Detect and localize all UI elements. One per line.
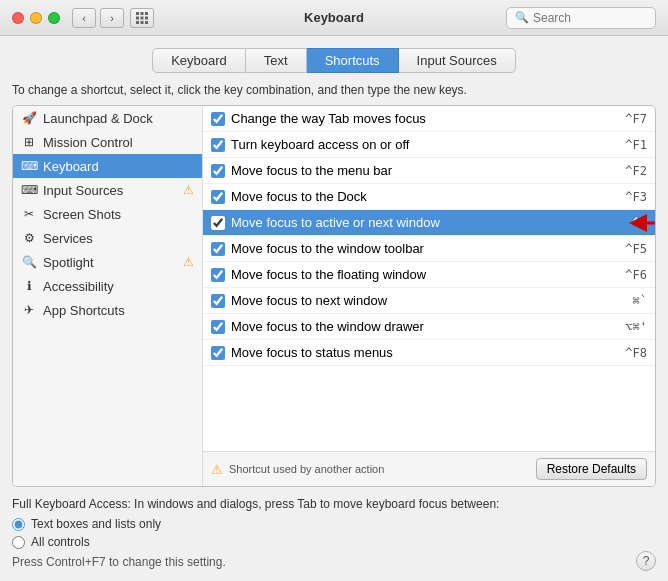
- keyboard-icon: ⌨: [21, 158, 37, 174]
- svg-rect-0: [136, 12, 139, 15]
- shortcut-checkbox-4[interactable]: [211, 190, 225, 204]
- shortcut-row-10[interactable]: Move focus to status menus ^F8: [203, 340, 655, 366]
- tab-input-sources[interactable]: Input Sources: [399, 48, 516, 73]
- minimize-button[interactable]: [30, 12, 42, 24]
- grid-button[interactable]: [130, 8, 154, 28]
- shortcut-key-1: ^F7: [625, 112, 647, 126]
- sidebar-item-label: Launchpad & Dock: [43, 111, 153, 126]
- shortcut-row-4[interactable]: Move focus to the Dock ^F3: [203, 184, 655, 210]
- bottom-note: Press Control+F7 to change this setting.: [12, 555, 656, 569]
- sidebar-item-label: Mission Control: [43, 135, 133, 150]
- shortcuts-panel: Change the way Tab moves focus ^F7 Turn …: [203, 106, 655, 486]
- sidebar-item-label: Screen Shots: [43, 207, 121, 222]
- shortcut-key-9: ⌥⌘': [625, 320, 647, 334]
- bottom-section: Full Keyboard Access: In windows and dia…: [12, 497, 656, 569]
- sidebar-item-input-sources[interactable]: ⌨ Input Sources ⚠: [13, 178, 202, 202]
- shortcut-name-9: Move focus to the window drawer: [231, 319, 619, 334]
- svg-rect-7: [141, 21, 144, 24]
- app-shortcuts-icon: ✈: [21, 302, 37, 318]
- shortcut-checkbox-5[interactable]: [211, 216, 225, 230]
- sidebar-item-launchpad[interactable]: 🚀 Launchpad & Dock: [13, 106, 202, 130]
- sidebar-item-label: Spotlight: [43, 255, 94, 270]
- sidebar-item-label: App Shortcuts: [43, 303, 125, 318]
- sidebar-item-services[interactable]: ⚙ Services: [13, 226, 202, 250]
- shortcut-checkbox-10[interactable]: [211, 346, 225, 360]
- shortcut-row-7[interactable]: Move focus to the floating window ^F6: [203, 262, 655, 288]
- radio-item-text-boxes[interactable]: Text boxes and lists only: [12, 517, 656, 531]
- shortcut-key-10: ^F8: [625, 346, 647, 360]
- services-icon: ⚙: [21, 230, 37, 246]
- shortcut-checkbox-9[interactable]: [211, 320, 225, 334]
- sidebar-item-label: Accessibility: [43, 279, 114, 294]
- red-arrow: [633, 208, 655, 238]
- shortcut-name-8: Move focus to next window: [231, 293, 627, 308]
- shortcut-key-4: ^F3: [625, 190, 647, 204]
- nav-buttons: ‹ ›: [72, 8, 124, 28]
- svg-rect-3: [136, 16, 139, 19]
- sidebar-item-keyboard[interactable]: ⌨ Keyboard: [13, 154, 202, 178]
- shortcut-checkbox-2[interactable]: [211, 138, 225, 152]
- svg-rect-4: [141, 16, 144, 19]
- sidebar-item-label: Services: [43, 231, 93, 246]
- help-button[interactable]: ?: [636, 551, 656, 571]
- tab-bar: Keyboard Text Shortcuts Input Sources: [12, 48, 656, 73]
- main-content: Keyboard Text Shortcuts Input Sources To…: [0, 36, 668, 581]
- shortcut-row-9[interactable]: Move focus to the window drawer ⌥⌘': [203, 314, 655, 340]
- svg-rect-5: [145, 16, 148, 19]
- shortcut-name-4: Move focus to the Dock: [231, 189, 619, 204]
- shortcut-name-3: Move focus to the menu bar: [231, 163, 619, 178]
- radio-item-all-controls[interactable]: All controls: [12, 535, 656, 549]
- shortcut-row-6[interactable]: Move focus to the window toolbar ^F5: [203, 236, 655, 262]
- shortcut-row-2[interactable]: Turn keyboard access on or off ^F1: [203, 132, 655, 158]
- svg-rect-2: [145, 12, 148, 15]
- shortcuts-list: Change the way Tab moves focus ^F7 Turn …: [203, 106, 655, 451]
- tab-shortcuts[interactable]: Shortcuts: [307, 48, 399, 73]
- sidebar-item-accessibility[interactable]: ℹ Accessibility: [13, 274, 202, 298]
- warning-icon-spotlight: ⚠: [183, 255, 194, 269]
- sidebar: 🚀 Launchpad & Dock ⊞ Mission Control ⌨ K…: [13, 106, 203, 486]
- shortcut-key-7: ^F6: [625, 268, 647, 282]
- footer-warning-text: Shortcut used by another action: [229, 463, 384, 475]
- main-panel: 🚀 Launchpad & Dock ⊞ Mission Control ⌨ K…: [12, 105, 656, 487]
- shortcut-name-7: Move focus to the floating window: [231, 267, 619, 282]
- shortcut-checkbox-1[interactable]: [211, 112, 225, 126]
- maximize-button[interactable]: [48, 12, 60, 24]
- shortcut-key-6: ^F5: [625, 242, 647, 256]
- tab-text[interactable]: Text: [246, 48, 307, 73]
- sidebar-item-screenshots[interactable]: ✂ Screen Shots: [13, 202, 202, 226]
- sidebar-item-app-shortcuts[interactable]: ✈ App Shortcuts: [13, 298, 202, 322]
- shortcut-row-5[interactable]: Move focus to active or next window ^→: [203, 210, 655, 236]
- radio-label-text-boxes: Text boxes and lists only: [31, 517, 161, 531]
- shortcut-checkbox-7[interactable]: [211, 268, 225, 282]
- instruction-text: To change a shortcut, select it, click t…: [12, 83, 656, 97]
- shortcut-checkbox-3[interactable]: [211, 164, 225, 178]
- shortcut-name-5: Move focus to active or next window: [231, 215, 627, 230]
- radio-group: Text boxes and lists only All controls: [12, 517, 656, 549]
- search-bar[interactable]: 🔍: [506, 7, 656, 29]
- shortcut-row-3[interactable]: Move focus to the menu bar ^F2: [203, 158, 655, 184]
- close-button[interactable]: [12, 12, 24, 24]
- search-input[interactable]: [533, 11, 647, 25]
- spotlight-icon: 🔍: [21, 254, 37, 270]
- shortcut-checkbox-8[interactable]: [211, 294, 225, 308]
- shortcut-row-8[interactable]: Move focus to next window ⌘`: [203, 288, 655, 314]
- warning-icon: ⚠: [183, 183, 194, 197]
- shortcut-name-6: Move focus to the window toolbar: [231, 241, 619, 256]
- tab-keyboard[interactable]: Keyboard: [152, 48, 246, 73]
- forward-button[interactable]: ›: [100, 8, 124, 28]
- shortcut-name-1: Change the way Tab moves focus: [231, 111, 619, 126]
- shortcut-name-10: Move focus to status menus: [231, 345, 619, 360]
- sidebar-item-mission-control[interactable]: ⊞ Mission Control: [13, 130, 202, 154]
- shortcut-name-2: Turn keyboard access on or off: [231, 137, 619, 152]
- sidebar-item-spotlight[interactable]: 🔍 Spotlight ⚠: [13, 250, 202, 274]
- restore-defaults-button[interactable]: Restore Defaults: [536, 458, 647, 480]
- radio-text-boxes[interactable]: [12, 518, 25, 531]
- svg-rect-8: [145, 21, 148, 24]
- shortcut-row-1[interactable]: Change the way Tab moves focus ^F7: [203, 106, 655, 132]
- search-icon: 🔍: [515, 11, 529, 24]
- shortcut-checkbox-6[interactable]: [211, 242, 225, 256]
- back-button[interactable]: ‹: [72, 8, 96, 28]
- window-title: Keyboard: [304, 10, 364, 25]
- radio-all-controls[interactable]: [12, 536, 25, 549]
- traffic-lights: [12, 12, 60, 24]
